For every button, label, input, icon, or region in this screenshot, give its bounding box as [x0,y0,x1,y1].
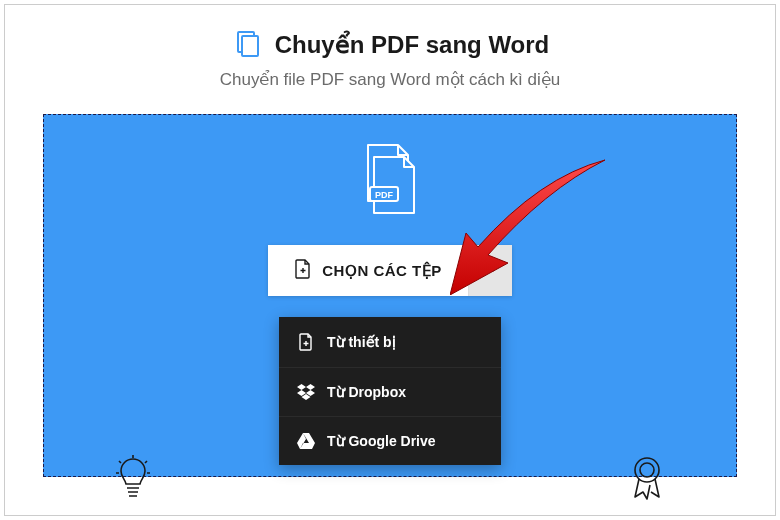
dropdown-item-gdrive[interactable]: Từ Google Drive [279,417,501,465]
page-header: Chuyển PDF sang Word Chuyển file PDF san… [5,5,775,90]
dropdown-item-device[interactable]: Từ thiết bị [279,317,501,368]
page-subtitle: Chuyển file PDF sang Word một cách kì di… [5,69,775,90]
file-chooser: CHỌN CÁC TỆP [268,245,512,296]
page-title: Chuyển PDF sang Word [275,31,550,59]
device-file-icon [297,333,315,351]
svg-text:PDF: PDF [375,190,394,200]
dropdown-item-label: Từ Google Drive [327,433,436,449]
header-title-row: Chuyển PDF sang Word [5,29,775,61]
copy-docs-icon [231,29,263,61]
pdf-stack-icon: PDF [354,143,426,221]
dropdown-item-dropbox[interactable]: Từ Dropbox [279,368,501,417]
file-add-icon [294,259,312,282]
dropdown-item-label: Từ thiết bị [327,334,396,350]
choose-files-label: CHỌN CÁC TỆP [322,262,442,280]
dropbox-icon [297,384,315,400]
chevron-up-icon [483,262,497,279]
svg-rect-1 [242,36,258,56]
choose-files-button[interactable]: CHỌN CÁC TỆP [268,245,468,296]
source-dropdown: Từ thiết bị Từ Dropbox Từ Google Drive [279,317,501,465]
google-drive-icon [297,433,315,449]
dropdown-item-label: Từ Dropbox [327,384,406,400]
app-frame: Chuyển PDF sang Word Chuyển file PDF san… [4,4,776,516]
choose-source-toggle[interactable] [468,245,512,296]
